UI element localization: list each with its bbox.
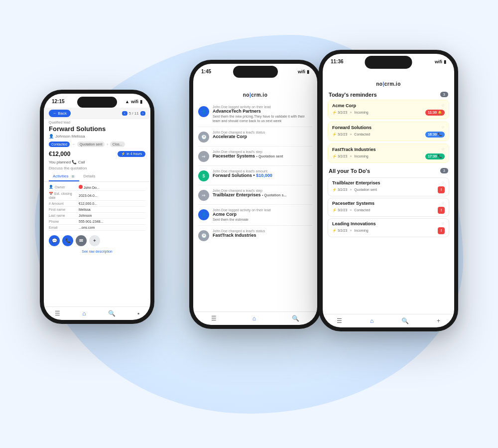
- nav-home-icon[interactable]: ⌂: [82, 310, 86, 317]
- phone-value: 555-901-2348...: [79, 220, 145, 223]
- todo-leading-bottom: ⚡ 3/2/23 » Incoming !: [332, 227, 445, 234]
- right-screen-content: no|crm.io Today's reminders 3 Acme Corp …: [323, 68, 454, 327]
- nav-more-icon[interactable]: ▪: [137, 310, 139, 317]
- activity-icon-1: 👤: [198, 106, 209, 117]
- detail-phone: Phone 555-901-2348...: [49, 219, 145, 225]
- reminder-acme-company: Acme Corp: [332, 103, 356, 108]
- activity-name-1[interactable]: AdvanceTech Partners: [213, 109, 312, 114]
- center-nav-search[interactable]: 🔍: [292, 315, 299, 322]
- activity-name-3[interactable]: Pacesetter Systems • Quotation sent: [213, 153, 312, 158]
- action-btn-more[interactable]: +: [89, 235, 100, 246]
- activity-desc-6: Sent them the estimate: [213, 217, 312, 222]
- activity-name-2[interactable]: Accelerate Corp: [213, 134, 312, 139]
- pagination-text: 5 / 11: [129, 111, 139, 116]
- activity-name-7[interactable]: FastTrack Industries: [213, 233, 312, 238]
- todos-section: All your To Do's 3 Trailblazer Enterpris…: [323, 165, 454, 239]
- activity-name-5[interactable]: Trailblazer Enterprises • Quotation s...: [213, 192, 312, 197]
- email-label: Email: [49, 226, 79, 229]
- nav-menu-icon[interactable]: ☰: [55, 310, 60, 317]
- todo-pacesetter-star[interactable]: ☆: [441, 201, 445, 205]
- left-phone-screen: 12:15 ▲ wifi ▮ ← Back ‹ 5 / 11 ›: [44, 94, 150, 320]
- todo-trailblazer[interactable]: Trailblazer Enterprises ☆ ⚡ 3/2/23 » Quo…: [328, 177, 449, 196]
- center-bottom-nav: ☰ ⌂ 🔍: [193, 311, 317, 325]
- pipeline-bar: Contacted → Quotation sent › Clos...: [44, 140, 150, 149]
- activity-meta-1: John Doe logged activity on their lead: [213, 105, 312, 109]
- activity-icon-3: ⇒: [198, 151, 209, 162]
- amount-highlight: $10,000: [256, 173, 272, 178]
- activity-name-4[interactable]: Forward Solutions • $10,000: [213, 173, 312, 178]
- tab-details[interactable]: Details: [79, 172, 99, 181]
- wifi-icon: wifi: [131, 99, 138, 104]
- todo-trailblazer-star[interactable]: ☆: [441, 180, 445, 185]
- pipeline-step-3[interactable]: Clos...: [110, 142, 125, 147]
- activity-content-5: John Doe changed a lead's step Trailblaz…: [213, 189, 312, 197]
- activity-meta-7: John Doe changed a lead's status: [213, 229, 312, 233]
- next-arrow[interactable]: ›: [140, 111, 145, 116]
- reminders-count: 3: [440, 92, 448, 97]
- todo-pacesetter-status: Contacted: [354, 208, 370, 212]
- back-button[interactable]: ← Back: [49, 110, 71, 117]
- activity-content-3: John Doe changed a lead's step Pacesette…: [213, 150, 312, 158]
- right-nav-menu[interactable]: ☰: [337, 317, 342, 324]
- activity-content-2: John Doe changed a lead's status Acceler…: [213, 131, 312, 139]
- closing-label: 📅 Est. closing date: [49, 192, 79, 199]
- right-time: 11:36: [331, 59, 344, 64]
- center-nav-menu[interactable]: ☰: [211, 315, 217, 322]
- amount-detail-value: €12,000.0...: [79, 202, 145, 205]
- contact-name: Johnson Melissa: [55, 134, 85, 139]
- center-battery-icon: ▮: [307, 69, 309, 74]
- firstname-label: First name: [49, 208, 79, 211]
- action-btn-email[interactable]: ✉: [76, 235, 87, 246]
- action-btn-message[interactable]: 💬: [49, 235, 60, 246]
- detail-email: Email ...ons.com: [49, 225, 145, 231]
- right-battery-icon: ▮: [444, 59, 446, 64]
- activity-content-7: John Doe changed a lead's status FastTra…: [213, 229, 312, 238]
- todo-pacesetter-top: Pacesetter Systems ☆: [332, 201, 445, 206]
- todo-pacesetter[interactable]: Pacesetter Systems ☆ ⚡ 3/2/23 » Contacte…: [328, 198, 449, 217]
- planned-label: You planned: [49, 160, 71, 164]
- activity-icon-4: $: [198, 170, 209, 181]
- planned-action: 📞 Call: [72, 160, 85, 164]
- center-nav-home[interactable]: ⌂: [252, 315, 256, 322]
- tab-activities[interactable]: Activities 0: [49, 172, 79, 181]
- todo-leading-arrow: »: [350, 229, 352, 232]
- phone-label: Phone: [49, 220, 79, 223]
- right-nav-home[interactable]: ⌂: [370, 317, 374, 324]
- see-raw-link[interactable]: See raw description: [44, 249, 150, 254]
- reminder-acme-arrow: »: [350, 111, 352, 114]
- reminder-fasttrack-star[interactable]: ☆: [441, 147, 445, 151]
- firstname-value: Melissa: [79, 208, 145, 211]
- reminder-acme-star[interactable]: ☆: [441, 103, 445, 108]
- reminder-acme[interactable]: Acme Corp ☆ ⚡ 3/2/23 » Incoming 11:30 🔔: [328, 100, 449, 119]
- activity-meta-5: John Doe changed a lead's step: [213, 189, 312, 192]
- todo-trailblazer-status: Quotation sent: [354, 188, 377, 191]
- activity-item-5: ⇒ John Doe changed a lead's step Trailbl…: [193, 186, 317, 203]
- reminder-forward[interactable]: Forward Solutions ☆ ⚡ 3/2/23 » Contacted…: [328, 122, 449, 141]
- activity-name-6[interactable]: Acme Corp: [213, 212, 312, 217]
- reminder-forward-star[interactable]: ☆: [441, 125, 445, 130]
- reminder-fasttrack-bottom: ⚡ 3/2/23 » Incoming 17:30 📞: [332, 153, 445, 159]
- reminder-acme-time: 11:30 🔔: [425, 110, 445, 116]
- nav-search-icon[interactable]: 🔍: [108, 310, 116, 317]
- pipeline-step-2[interactable]: Quotation sent: [77, 142, 105, 147]
- todos-section-header: All your To Do's 3: [323, 165, 454, 176]
- amount-row: €12,000 ⚡ in 4 hours: [44, 149, 150, 159]
- activity-item-3: ⇒ John Doe changed a lead's step Paceset…: [193, 148, 317, 164]
- divider-4: [198, 185, 312, 185]
- action-btn-call[interactable]: 📞: [62, 235, 73, 246]
- reminder-acme-bottom: ⚡ 3/2/23 » Incoming 11:30 🔔: [332, 110, 445, 116]
- amount-label: # Amount: [49, 202, 79, 205]
- reminder-fasttrack[interactable]: FastTrack Industries ☆ ⚡ 3/2/23 » Incomi…: [328, 144, 449, 163]
- right-nav-add[interactable]: +: [437, 317, 440, 324]
- prev-arrow[interactable]: ‹: [122, 111, 127, 116]
- right-nav-search[interactable]: 🔍: [401, 317, 409, 324]
- activity-meta-3: John Doe changed a lead's step: [213, 150, 312, 153]
- pipeline-step-1[interactable]: Contacted: [49, 142, 70, 147]
- todo-leading-overdue: !: [438, 227, 445, 234]
- right-phone-notch: [365, 56, 412, 69]
- center-status-icons: wifi ▮: [298, 69, 309, 74]
- todo-leading[interactable]: Leading Innovations ☆ ⚡ 3/2/23 » Incomin…: [328, 218, 449, 237]
- detail-lastname: Last name Johnson: [49, 213, 145, 219]
- reminder-forward-top: Forward Solutions ☆: [332, 125, 445, 130]
- todo-leading-star[interactable]: ☆: [441, 221, 445, 226]
